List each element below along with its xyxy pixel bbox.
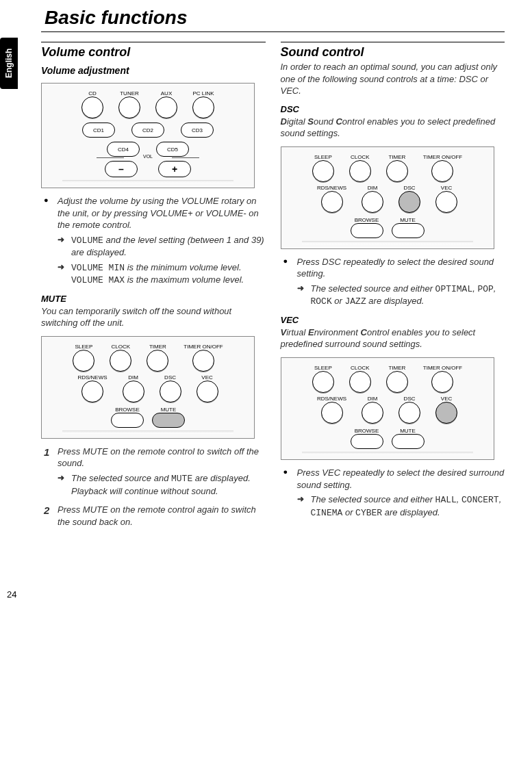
cd4-button[interactable]: CD4: [107, 142, 140, 157]
mute-intro: You can temporarily switch off the sound…: [41, 305, 266, 329]
vec-bullet: Press VEC repeatedly to select the desir…: [281, 467, 505, 519]
pclink-button[interactable]: [192, 97, 214, 118]
left-column: Volume control Volume adjustment CD TUNE…: [41, 39, 266, 535]
clock-label: CLOCK: [112, 344, 131, 350]
clock-button[interactable]: [110, 350, 131, 372]
cd2-button[interactable]: CD2: [131, 123, 164, 138]
aux-button[interactable]: [155, 97, 177, 118]
timer-onoff-button[interactable]: [431, 160, 453, 182]
dsc-label: DSC: [164, 374, 176, 381]
dsc-button[interactable]: [398, 402, 420, 424]
dim-button[interactable]: [362, 191, 383, 213]
browse-button[interactable]: [351, 434, 383, 449]
volume-sub2: VOLUME MIN is the minimum volume level. …: [58, 261, 266, 287]
mute-btn-label: MUTE: [161, 407, 177, 413]
timer-button[interactable]: [386, 371, 408, 393]
timer-button[interactable]: [147, 350, 168, 372]
remote-volume: CD TUNER AUX PC LINK CD1 CD2 CD3 CD4 CD5…: [41, 83, 255, 188]
tuner-button[interactable]: [118, 97, 140, 118]
clock-button[interactable]: [349, 371, 371, 393]
cd1-button[interactable]: CD1: [82, 123, 115, 138]
mute-button[interactable]: [152, 413, 185, 428]
vec-intro: Virtual Environment Control enables you …: [281, 326, 505, 350]
mute-button[interactable]: [392, 434, 425, 449]
pclink-label: PC LINK: [192, 90, 214, 97]
tuner-label: TUNER: [120, 90, 139, 97]
remote-vec: SLEEP CLOCK TIMER TIMER ON/OFF RDS/NEWS …: [281, 357, 494, 460]
timer-onoff-button[interactable]: [192, 350, 214, 372]
cd-label: CD: [88, 90, 97, 97]
volume-adjustment-heading: Volume adjustment: [41, 65, 266, 76]
mute-step1-sub: The selected source and MUTE are display…: [58, 472, 266, 497]
language-tab: English: [0, 38, 18, 89]
cd-button[interactable]: [81, 97, 103, 118]
cd5-button[interactable]: CD5: [156, 142, 189, 157]
dim-label: DIM: [128, 374, 138, 381]
sleep-button[interactable]: [312, 160, 334, 182]
rdsnews-button[interactable]: [81, 381, 103, 402]
dsc-heading: DSC: [281, 104, 505, 114]
mute-step-2: 2 Press MUTE on the remote control again…: [41, 504, 266, 528]
dim-button[interactable]: [362, 402, 383, 424]
header-rule: [41, 31, 505, 32]
vol-down-button[interactable]: –: [105, 161, 138, 177]
dsc-intro: Digital Sound Control enables you to sel…: [281, 116, 505, 140]
sleep-button[interactable]: [73, 350, 94, 372]
mute-button[interactable]: [392, 223, 425, 238]
timer-label: TIMER: [149, 344, 166, 350]
vol-up-button[interactable]: +: [158, 161, 191, 177]
mute-step-1: 1 Press MUTE on the remote control to sw…: [41, 446, 266, 497]
timer-onoff-button[interactable]: [431, 371, 453, 393]
dsc-bullet: Press DSC repeatedly to select the desir…: [281, 256, 505, 308]
vec-sub: The selected source and either HALL, CON…: [297, 493, 505, 519]
mute-heading: MUTE: [41, 294, 266, 304]
rdsnews-button[interactable]: [321, 191, 343, 213]
browse-button[interactable]: [111, 413, 144, 428]
vec-button[interactable]: [197, 381, 218, 402]
volume-sub1: VOLUME and the level setting (between 1 …: [58, 234, 266, 259]
rdsnews-button[interactable]: [321, 402, 343, 424]
clock-button[interactable]: [349, 160, 371, 182]
vec-button[interactable]: [435, 402, 457, 424]
browse-label: BROWSE: [115, 407, 140, 413]
sound-control-heading: Sound control: [281, 42, 505, 60]
right-column: Sound control In order to reach an optim…: [281, 39, 505, 535]
vec-heading: VEC: [281, 315, 505, 325]
remote-dsc: SLEEP CLOCK TIMER TIMER ON/OFF RDS/NEWS …: [281, 146, 494, 249]
remote-mute: SLEEP CLOCK TIMER TIMER ON/OFF RDS/NEWS …: [41, 336, 255, 439]
sleep-button[interactable]: [312, 371, 334, 393]
chapter-title: Basic functions: [45, 7, 505, 29]
aux-label: AUX: [161, 90, 172, 97]
timer-button[interactable]: [386, 160, 408, 182]
dsc-button[interactable]: [160, 381, 181, 402]
cd3-button[interactable]: CD3: [181, 123, 214, 138]
timer-onoff-label: TIMER ON/OFF: [183, 344, 223, 350]
dsc-button[interactable]: [398, 191, 420, 213]
sound-control-intro: In order to reach an optimal sound, you …: [281, 61, 505, 97]
volume-bullet: Adjust the volume by using the VOLUME ro…: [41, 195, 266, 287]
volume-control-heading: Volume control: [41, 42, 266, 60]
rdsnews-label: RDS/NEWS: [77, 374, 107, 381]
vec-button[interactable]: [435, 191, 457, 213]
dsc-sub: The selected source and either OPTIMAL, …: [297, 283, 505, 308]
dim-button[interactable]: [123, 381, 144, 402]
browse-button[interactable]: [351, 223, 383, 238]
sleep-label: SLEEP: [75, 344, 92, 350]
vol-row: – +: [42, 161, 254, 177]
page-number: 24: [7, 589, 505, 600]
vec-label: VEC: [201, 374, 212, 381]
